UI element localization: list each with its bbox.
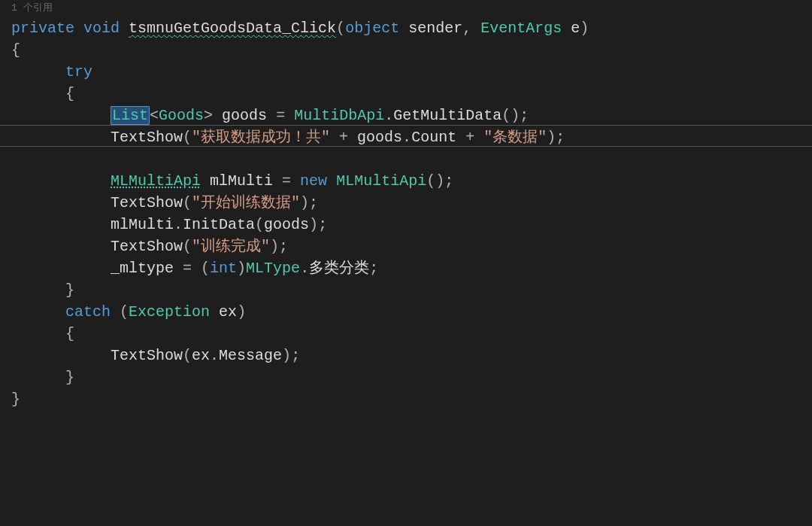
keyword-private: private — [11, 20, 74, 37]
code-line[interactable]: TextShow(ex.Message); — [11, 345, 812, 366]
prop-message: Message — [219, 347, 282, 364]
parens: () — [426, 172, 444, 190]
code-line[interactable] — [11, 148, 812, 170]
keyword-try: try — [65, 63, 92, 81]
code-line[interactable]: List<Goods> goods = MultiDbApi.GetMultiD… — [11, 105, 812, 126]
paren-open: ( — [183, 238, 192, 255]
string-literal: "训练完成" — [192, 238, 270, 255]
code-line[interactable]: TextShow("训练完成"); — [11, 236, 812, 257]
code-line[interactable]: catch (Exception ex) — [11, 301, 812, 323]
method-getmultidata: GetMultiData — [393, 107, 501, 124]
type-exception: Exception — [129, 303, 210, 321]
type-list: List — [112, 107, 148, 124]
type-mlmultiapi: MLMultiApi — [336, 172, 426, 190]
paren-close: ) — [237, 260, 246, 277]
paren-close: ) — [580, 20, 589, 37]
var-mlmulti: mlMulti — [210, 172, 273, 190]
paren-open: ( — [183, 194, 192, 211]
paren-open: ( — [120, 303, 129, 321]
var-mlmulti: mlMulti — [111, 216, 174, 233]
semi: ; — [556, 129, 565, 146]
code-line[interactable]: } — [11, 388, 812, 410]
method-name: tsmnuGetGoodsData_Click — [129, 20, 336, 37]
code-line[interactable]: _mltype = (int)MLType.多类分类; — [11, 257, 812, 279]
paren-close: ) — [282, 347, 291, 364]
brace-open: { — [65, 325, 74, 342]
string-literal: "获取数据成功！共" — [192, 129, 330, 146]
semi: ; — [520, 107, 529, 124]
enum-value: 多类分类 — [309, 260, 369, 277]
code-editor[interactable]: private void tsmnuGetGoodsData_Click(obj… — [0, 16, 812, 410]
keyword-object: object — [345, 20, 399, 37]
paren-close: ) — [237, 303, 246, 321]
param-ex: ex — [192, 347, 210, 364]
dot: . — [402, 129, 411, 146]
brace-open: { — [11, 41, 20, 59]
equals: = — [273, 172, 300, 190]
code-line[interactable]: } — [11, 279, 812, 301]
dot: . — [210, 347, 219, 364]
type-goods: Goods — [159, 107, 204, 124]
var-goods: goods — [222, 107, 267, 124]
semi: ; — [291, 347, 300, 364]
parens: () — [501, 107, 520, 124]
brace-close: } — [65, 369, 74, 386]
equals: = — [267, 107, 294, 124]
type-multidbapi: MultiDbApi — [294, 107, 384, 124]
paren-open: ( — [183, 347, 192, 364]
gt: > — [204, 107, 213, 124]
param-sender: sender — [408, 20, 462, 37]
string-literal: "开始训练数据" — [192, 194, 300, 211]
keyword-int: int — [210, 260, 237, 277]
comma: , — [462, 20, 480, 37]
method-textshow: TextShow — [111, 347, 183, 364]
lt: < — [150, 107, 159, 124]
code-line[interactable]: { — [11, 83, 812, 105]
code-line[interactable]: private void tsmnuGetGoodsData_Click(obj… — [11, 17, 812, 39]
var-mltype: _mltype — [111, 260, 174, 277]
keyword-new: new — [300, 172, 327, 190]
semi: ; — [318, 216, 327, 233]
code-line[interactable]: mlMulti.InitData(goods); — [11, 214, 812, 236]
string-literal: "条数据" — [483, 129, 547, 146]
type-mltype: MLType — [246, 260, 300, 277]
keyword-void: void — [83, 20, 120, 37]
codelens-refs[interactable]: 1 个引用 — [0, 0, 812, 16]
paren-open: ( — [201, 260, 210, 277]
equals: = — [174, 260, 201, 277]
code-line[interactable]: try — [11, 61, 812, 83]
method-textshow: TextShow — [111, 238, 183, 255]
dot: . — [174, 216, 183, 233]
brace-close: } — [65, 281, 74, 299]
paren-close: ) — [309, 216, 318, 233]
param-ex: ex — [219, 303, 237, 321]
code-line[interactable]: } — [11, 366, 812, 388]
plus: + — [456, 129, 483, 146]
method-textshow: TextShow — [111, 194, 183, 211]
dot: . — [384, 107, 393, 124]
method-initdata: InitData — [183, 216, 255, 233]
code-line[interactable]: TextShow("开始训练数据"); — [11, 192, 812, 214]
selected-word[interactable]: List — [111, 106, 150, 125]
code-line[interactable]: TextShow("获取数据成功！共" + goods.Count + "条数据… — [11, 126, 812, 148]
paren-open: ( — [336, 20, 345, 37]
brace-open: { — [65, 85, 74, 102]
code-line[interactable]: { — [11, 39, 812, 61]
keyword-catch: catch — [65, 303, 111, 321]
code-line[interactable]: MLMultiApi mlMulti = new MLMultiApi(); — [11, 170, 812, 192]
paren-close: ) — [547, 129, 556, 146]
method-textshow: TextShow — [111, 129, 183, 146]
semi: ; — [309, 194, 318, 211]
semi: ; — [279, 238, 288, 255]
paren-close: ) — [270, 238, 279, 255]
plus: + — [330, 129, 357, 146]
prop-count: Count — [411, 129, 456, 146]
semi: ; — [444, 172, 453, 190]
param-e: e — [571, 20, 580, 37]
paren-open: ( — [255, 216, 264, 233]
paren-close: ) — [300, 194, 309, 211]
dot: . — [300, 260, 309, 277]
semi: ; — [369, 260, 378, 277]
var-goods: goods — [264, 216, 309, 233]
code-line[interactable]: { — [11, 323, 812, 345]
